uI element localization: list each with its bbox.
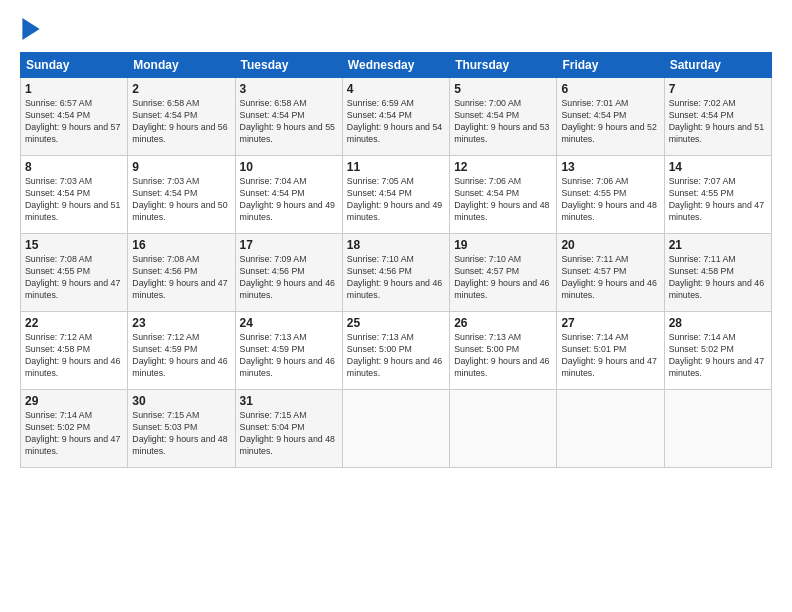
day-info: Sunrise: 7:02 AMSunset: 4:54 PMDaylight:… <box>669 98 767 146</box>
calendar-cell: 26Sunrise: 7:13 AMSunset: 5:00 PMDayligh… <box>450 312 557 390</box>
day-number: 25 <box>347 316 445 330</box>
weekday-header-sunday: Sunday <box>21 53 128 78</box>
day-number: 16 <box>132 238 230 252</box>
logo-icon <box>22 18 40 40</box>
calendar-cell: 5Sunrise: 7:00 AMSunset: 4:54 PMDaylight… <box>450 78 557 156</box>
weekday-header-thursday: Thursday <box>450 53 557 78</box>
day-info: Sunrise: 6:58 AMSunset: 4:54 PMDaylight:… <box>240 98 338 146</box>
calendar-cell: 23Sunrise: 7:12 AMSunset: 4:59 PMDayligh… <box>128 312 235 390</box>
day-number: 11 <box>347 160 445 174</box>
day-number: 12 <box>454 160 552 174</box>
day-info: Sunrise: 6:58 AMSunset: 4:54 PMDaylight:… <box>132 98 230 146</box>
calendar-cell: 14Sunrise: 7:07 AMSunset: 4:55 PMDayligh… <box>664 156 771 234</box>
calendar-week-5: 29Sunrise: 7:14 AMSunset: 5:02 PMDayligh… <box>21 390 772 468</box>
calendar-week-3: 15Sunrise: 7:08 AMSunset: 4:55 PMDayligh… <box>21 234 772 312</box>
day-number: 6 <box>561 82 659 96</box>
day-number: 24 <box>240 316 338 330</box>
calendar-cell: 29Sunrise: 7:14 AMSunset: 5:02 PMDayligh… <box>21 390 128 468</box>
calendar-cell: 10Sunrise: 7:04 AMSunset: 4:54 PMDayligh… <box>235 156 342 234</box>
day-info: Sunrise: 7:06 AMSunset: 4:54 PMDaylight:… <box>454 176 552 224</box>
day-info: Sunrise: 7:08 AMSunset: 4:56 PMDaylight:… <box>132 254 230 302</box>
day-number: 1 <box>25 82 123 96</box>
weekday-header-monday: Monday <box>128 53 235 78</box>
day-number: 7 <box>669 82 767 96</box>
day-info: Sunrise: 7:12 AMSunset: 4:58 PMDaylight:… <box>25 332 123 380</box>
calendar-cell: 20Sunrise: 7:11 AMSunset: 4:57 PMDayligh… <box>557 234 664 312</box>
calendar-cell: 8Sunrise: 7:03 AMSunset: 4:54 PMDaylight… <box>21 156 128 234</box>
day-info: Sunrise: 7:09 AMSunset: 4:56 PMDaylight:… <box>240 254 338 302</box>
calendar-cell: 2Sunrise: 6:58 AMSunset: 4:54 PMDaylight… <box>128 78 235 156</box>
day-number: 30 <box>132 394 230 408</box>
day-number: 31 <box>240 394 338 408</box>
day-info: Sunrise: 7:10 AMSunset: 4:57 PMDaylight:… <box>454 254 552 302</box>
calendar-cell: 17Sunrise: 7:09 AMSunset: 4:56 PMDayligh… <box>235 234 342 312</box>
calendar-cell: 27Sunrise: 7:14 AMSunset: 5:01 PMDayligh… <box>557 312 664 390</box>
day-number: 3 <box>240 82 338 96</box>
day-info: Sunrise: 6:59 AMSunset: 4:54 PMDaylight:… <box>347 98 445 146</box>
day-number: 15 <box>25 238 123 252</box>
logo <box>20 18 40 44</box>
calendar-header: SundayMondayTuesdayWednesdayThursdayFrid… <box>21 53 772 78</box>
calendar-week-1: 1Sunrise: 6:57 AMSunset: 4:54 PMDaylight… <box>21 78 772 156</box>
day-info: Sunrise: 7:07 AMSunset: 4:55 PMDaylight:… <box>669 176 767 224</box>
day-number: 19 <box>454 238 552 252</box>
day-info: Sunrise: 7:15 AMSunset: 5:03 PMDaylight:… <box>132 410 230 458</box>
day-info: Sunrise: 7:01 AMSunset: 4:54 PMDaylight:… <box>561 98 659 146</box>
day-info: Sunrise: 7:12 AMSunset: 4:59 PMDaylight:… <box>132 332 230 380</box>
weekday-header-friday: Friday <box>557 53 664 78</box>
header <box>20 18 772 44</box>
day-info: Sunrise: 7:04 AMSunset: 4:54 PMDaylight:… <box>240 176 338 224</box>
calendar-cell <box>664 390 771 468</box>
calendar-cell: 30Sunrise: 7:15 AMSunset: 5:03 PMDayligh… <box>128 390 235 468</box>
calendar-cell: 19Sunrise: 7:10 AMSunset: 4:57 PMDayligh… <box>450 234 557 312</box>
svg-marker-0 <box>22 18 39 40</box>
day-number: 21 <box>669 238 767 252</box>
day-info: Sunrise: 7:10 AMSunset: 4:56 PMDaylight:… <box>347 254 445 302</box>
day-info: Sunrise: 7:14 AMSunset: 5:02 PMDaylight:… <box>25 410 123 458</box>
day-number: 2 <box>132 82 230 96</box>
day-number: 10 <box>240 160 338 174</box>
calendar-cell: 7Sunrise: 7:02 AMSunset: 4:54 PMDaylight… <box>664 78 771 156</box>
day-info: Sunrise: 7:00 AMSunset: 4:54 PMDaylight:… <box>454 98 552 146</box>
day-number: 5 <box>454 82 552 96</box>
calendar-cell: 3Sunrise: 6:58 AMSunset: 4:54 PMDaylight… <box>235 78 342 156</box>
calendar-body: 1Sunrise: 6:57 AMSunset: 4:54 PMDaylight… <box>21 78 772 468</box>
calendar-cell: 18Sunrise: 7:10 AMSunset: 4:56 PMDayligh… <box>342 234 449 312</box>
calendar-cell: 25Sunrise: 7:13 AMSunset: 5:00 PMDayligh… <box>342 312 449 390</box>
weekday-header-saturday: Saturday <box>664 53 771 78</box>
day-number: 28 <box>669 316 767 330</box>
day-info: Sunrise: 7:15 AMSunset: 5:04 PMDaylight:… <box>240 410 338 458</box>
weekday-header-tuesday: Tuesday <box>235 53 342 78</box>
day-number: 9 <box>132 160 230 174</box>
day-info: Sunrise: 7:13 AMSunset: 4:59 PMDaylight:… <box>240 332 338 380</box>
weekday-header-wednesday: Wednesday <box>342 53 449 78</box>
day-info: Sunrise: 7:06 AMSunset: 4:55 PMDaylight:… <box>561 176 659 224</box>
day-info: Sunrise: 7:11 AMSunset: 4:58 PMDaylight:… <box>669 254 767 302</box>
calendar-cell: 9Sunrise: 7:03 AMSunset: 4:54 PMDaylight… <box>128 156 235 234</box>
day-number: 22 <box>25 316 123 330</box>
day-number: 14 <box>669 160 767 174</box>
calendar-cell: 15Sunrise: 7:08 AMSunset: 4:55 PMDayligh… <box>21 234 128 312</box>
calendar-cell: 22Sunrise: 7:12 AMSunset: 4:58 PMDayligh… <box>21 312 128 390</box>
day-info: Sunrise: 7:03 AMSunset: 4:54 PMDaylight:… <box>25 176 123 224</box>
calendar-cell: 21Sunrise: 7:11 AMSunset: 4:58 PMDayligh… <box>664 234 771 312</box>
calendar-cell <box>557 390 664 468</box>
day-number: 27 <box>561 316 659 330</box>
day-number: 29 <box>25 394 123 408</box>
day-number: 18 <box>347 238 445 252</box>
calendar-cell: 12Sunrise: 7:06 AMSunset: 4:54 PMDayligh… <box>450 156 557 234</box>
calendar-cell: 28Sunrise: 7:14 AMSunset: 5:02 PMDayligh… <box>664 312 771 390</box>
calendar-cell: 4Sunrise: 6:59 AMSunset: 4:54 PMDaylight… <box>342 78 449 156</box>
calendar-cell: 6Sunrise: 7:01 AMSunset: 4:54 PMDaylight… <box>557 78 664 156</box>
day-info: Sunrise: 7:08 AMSunset: 4:55 PMDaylight:… <box>25 254 123 302</box>
calendar-week-4: 22Sunrise: 7:12 AMSunset: 4:58 PMDayligh… <box>21 312 772 390</box>
calendar-cell: 31Sunrise: 7:15 AMSunset: 5:04 PMDayligh… <box>235 390 342 468</box>
day-number: 8 <box>25 160 123 174</box>
day-info: Sunrise: 7:11 AMSunset: 4:57 PMDaylight:… <box>561 254 659 302</box>
calendar-cell <box>342 390 449 468</box>
calendar-week-2: 8Sunrise: 7:03 AMSunset: 4:54 PMDaylight… <box>21 156 772 234</box>
calendar-cell: 11Sunrise: 7:05 AMSunset: 4:54 PMDayligh… <box>342 156 449 234</box>
calendar-table: SundayMondayTuesdayWednesdayThursdayFrid… <box>20 52 772 468</box>
calendar-cell <box>450 390 557 468</box>
day-info: Sunrise: 7:14 AMSunset: 5:01 PMDaylight:… <box>561 332 659 380</box>
